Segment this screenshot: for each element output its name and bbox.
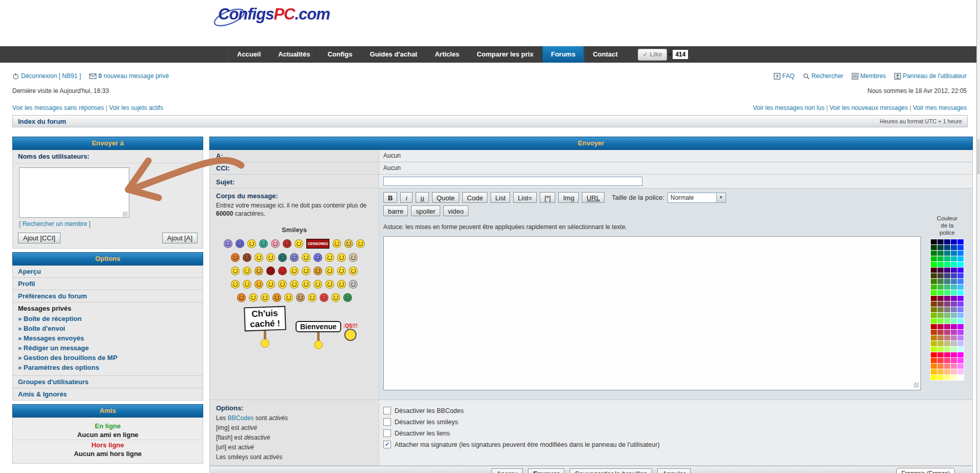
smiley-icon[interactable] [337,280,346,289]
smiley-icon[interactable] [266,267,275,275]
palette-color[interactable] [944,268,950,273]
palette-color[interactable] [931,290,937,295]
smiley-icon[interactable] [296,293,305,302]
smiley-icon[interactable] [332,239,341,248]
palette-color[interactable] [957,347,964,352]
palette-color[interactable] [951,301,957,307]
sidebar-item-sent[interactable]: Messages envoyés [18,333,198,343]
bbcode-spoiler-button[interactable]: spoiler [411,205,440,216]
palette-color[interactable] [957,335,964,340]
subject-input[interactable] [383,177,642,186]
smiley-icon[interactable] [302,267,310,275]
palette-color[interactable] [931,301,937,307]
palette-color[interactable] [944,301,950,307]
palette-color[interactable] [944,239,950,244]
nav-item-configs[interactable]: Configs [319,46,361,63]
smiley-icon[interactable] [320,293,328,302]
smiley-icon[interactable] [236,239,244,248]
palette-color[interactable] [937,307,944,312]
scrollbar-thumb[interactable] [977,139,979,175]
palette-color[interactable] [937,262,944,267]
nav-item-guides[interactable]: Guides d'achat [361,46,426,63]
nav-item-articles[interactable]: Articles [426,46,468,63]
palette-color[interactable] [957,341,964,346]
palette-color[interactable] [957,262,964,267]
palette-color[interactable] [944,347,950,352]
link-unread[interactable]: Voir les messages non lus [753,104,825,111]
palette-color[interactable] [937,268,944,273]
sidebar-item-compose[interactable]: Rédiger un message [18,343,198,353]
smiley-sign-welcome[interactable]: Bienvenue [296,321,341,349]
search-link[interactable]: Rechercher [803,72,844,80]
palette-color[interactable] [944,256,950,261]
attach-signature-checkbox[interactable] [383,441,391,448]
palette-color[interactable] [951,245,957,250]
palette-color[interactable] [944,296,950,301]
palette-color[interactable] [931,369,937,374]
palette-color[interactable] [931,364,937,369]
palette-color[interactable] [951,279,957,284]
palette-color[interactable] [951,318,957,324]
palette-color[interactable] [957,364,964,369]
palette-color[interactable] [931,318,937,324]
palette-color[interactable] [937,352,944,357]
palette-color[interactable] [944,318,950,324]
disable-bbcodes-checkbox[interactable] [383,407,391,414]
smiley-icon[interactable] [231,280,240,289]
bbcode-video-button[interactable]: video [443,205,468,216]
palette-color[interactable] [931,341,937,346]
smiley-icon[interactable] [349,253,358,262]
smiley-icon[interactable] [290,280,299,289]
site-logo[interactable]: ConfigsPC.com [218,5,330,26]
palette-color[interactable] [951,324,957,329]
palette-color[interactable] [951,268,957,273]
palette-color[interactable] [937,369,944,374]
palette-color[interactable] [957,268,964,273]
palette-color[interactable] [931,245,937,250]
palette-color[interactable] [931,251,937,256]
censored-smiley-icon[interactable]: CENSORED [306,239,330,249]
palette-color[interactable] [931,335,937,340]
send-button[interactable]: Envoyer [528,468,564,473]
palette-color[interactable] [951,273,957,278]
palette-color[interactable] [951,330,957,335]
smiley-icon[interactable] [278,267,287,275]
palette-color[interactable] [944,364,950,369]
palette-color[interactable] [944,290,950,295]
palette-color[interactable] [937,341,944,346]
smiley-icon[interactable] [349,280,358,289]
palette-color[interactable] [931,273,937,278]
palette-color[interactable] [931,256,937,261]
palette-color[interactable] [951,256,957,261]
sidebar-item-apercu[interactable]: Aperçu [13,266,203,277]
bbcode-list-eq-button[interactable]: List= [513,192,537,203]
user-panel-link[interactable]: Panneau de l'utilisateur [894,72,967,80]
palette-color[interactable] [951,341,957,346]
smiley-icon[interactable] [247,239,256,248]
palette-color[interactable] [957,352,964,357]
smiley-icon[interactable] [284,293,293,302]
palette-color[interactable] [937,290,944,295]
smiley-icon[interactable] [243,253,251,262]
smiley-icon[interactable] [243,280,251,289]
sidebar-item-settings[interactable]: Paramètres des options [18,363,198,372]
palette-color[interactable] [944,245,950,250]
bbcode-underline-button[interactable]: u [416,192,428,203]
palette-color[interactable] [957,290,964,295]
palette-color[interactable] [931,352,937,357]
palette-color[interactable] [957,251,964,256]
smiley-icon[interactable] [266,253,275,262]
forum-index-link[interactable]: Index du forum [18,118,66,125]
bbcode-italic-button[interactable]: i [400,192,413,203]
palette-color[interactable] [951,239,957,244]
palette-color[interactable] [931,324,937,329]
palette-color[interactable] [957,239,964,244]
smiley-icon[interactable] [254,253,263,262]
palette-color[interactable] [937,330,944,335]
palette-color[interactable] [937,245,944,250]
palette-color[interactable] [931,279,937,284]
bbcode-quote-button[interactable]: Quote [432,192,459,203]
palette-color[interactable] [944,324,950,329]
palette-color[interactable] [957,369,964,374]
smiley-icon[interactable] [266,280,275,289]
